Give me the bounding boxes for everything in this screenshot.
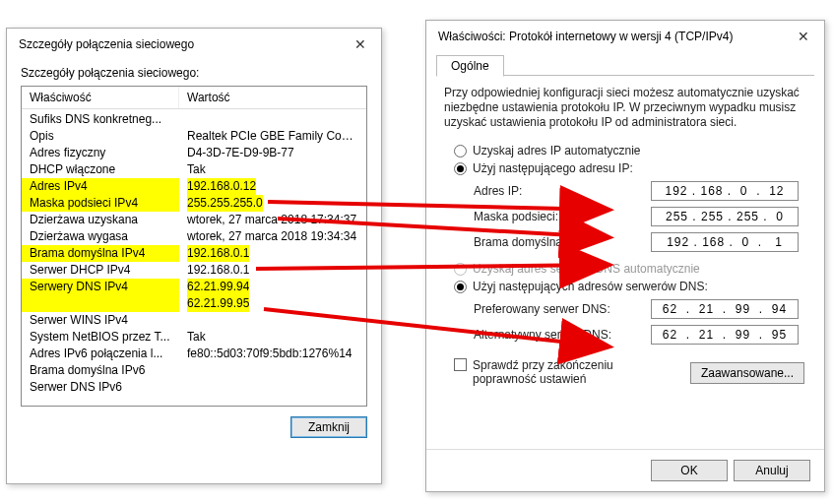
radio-label: Uzyskaj adres IP automatycznie [473, 144, 641, 158]
property-cell: Serwer DNS IPv6 [22, 379, 179, 396]
checkbox-icon [454, 358, 467, 371]
col-value[interactable]: Wartość [179, 87, 366, 108]
network-details-dialog: Szczegóły połączenia sieciowego ✕ Szczeg… [6, 28, 382, 484]
value-cell [179, 379, 366, 396]
property-cell: Dzierżawa wygasa [22, 228, 179, 245]
subnet-mask-field[interactable] [651, 207, 799, 226]
value-cell: Tak [179, 161, 366, 178]
close-icon[interactable]: ✕ [352, 36, 369, 52]
description-text: Przy odpowiedniej konfiguracji sieci moż… [444, 86, 806, 130]
table-row[interactable]: Adres IPv4192.168.0.12 [22, 178, 366, 195]
alternate-dns-field[interactable] [651, 325, 799, 345]
table-row[interactable]: Sufiks DNS konkretneg... [22, 111, 366, 128]
radio-ip-auto[interactable]: Uzyskaj adres IP automatycznie [454, 144, 806, 158]
radio-label: Użyj następujących adresów serwerów DNS: [473, 280, 708, 293]
list-caption: Szczegóły połączenia sieciowego: [7, 58, 381, 86]
table-row[interactable]: OpisRealtek PCIe GBE Family Controller [22, 128, 366, 145]
value-cell: wtorek, 27 marca 2018 17:34:37 [179, 212, 366, 228]
value-cell [179, 111, 366, 128]
dialog-title: Właściwości: Protokół internetowy w wers… [438, 30, 733, 43]
table-row[interactable]: Serwery DNS IPv462.21.99.94 [22, 279, 366, 295]
close-icon[interactable]: ✕ [795, 29, 812, 44]
property-cell: Serwer WINS IPv4 [22, 312, 179, 329]
property-cell: Maska podsieci IPv4 [22, 195, 179, 212]
table-row[interactable]: Brama domyślna IPv6 [22, 362, 366, 379]
table-row[interactable]: Serwer WINS IPv4 [22, 312, 366, 329]
titlebar: Szczegóły połączenia sieciowego ✕ [7, 29, 381, 58]
ip-field-group: Adres IP: Maska podsieci: Brama domyślna… [474, 181, 806, 252]
ok-button[interactable]: OK [651, 460, 728, 481]
value-cell: 192.168.0.1 [179, 245, 366, 262]
property-cell: Adres IPv4 [22, 178, 179, 195]
value-cell: fe80::5d03:70f9:5bdb:1276%14 [179, 346, 366, 362]
radio-icon [454, 145, 467, 158]
label-gateway: Brama domyślna: [474, 235, 651, 249]
table-row[interactable]: Serwer DNS IPv6 [22, 379, 366, 396]
tab-general[interactable]: Ogólne [436, 55, 504, 77]
property-cell: Adres fizyczny [22, 145, 179, 161]
cancel-button[interactable]: Anuluj [734, 460, 810, 481]
property-cell: Dzierżawa uzyskana [22, 212, 179, 228]
value-cell: 62.21.99.95 [179, 295, 366, 312]
advanced-button[interactable]: Zaawansowane... [690, 362, 804, 384]
property-cell: Opis [22, 128, 179, 145]
ipv4-properties-dialog: Właściwości: Protokół internetowy w wers… [425, 20, 825, 492]
value-cell: 255.255.255.0 [179, 195, 366, 212]
gateway-field[interactable] [651, 232, 799, 252]
tab-body: Przy odpowiedniej konfiguracji sieci moż… [426, 76, 824, 394]
table-row[interactable]: Brama domyślna IPv4192.168.0.1 [22, 245, 366, 262]
label-dns2: Alternatywny serwer DNS: [474, 328, 651, 342]
property-cell: System NetBIOS przez T... [22, 329, 179, 346]
table-row[interactable]: Dzierżawa uzyskanawtorek, 27 marca 2018 … [22, 212, 366, 228]
list-header: Właściwość Wartość [22, 87, 366, 109]
label-dns1: Preferowany serwer DNS: [474, 302, 651, 316]
radio-icon [454, 281, 467, 293]
tab-strip: Ogólne [436, 54, 814, 76]
button-row: Zamknij [7, 407, 381, 448]
radio-label: Uzyskaj adres serwera DNS automatycznie [473, 262, 700, 276]
property-cell: DHCP włączone [22, 161, 179, 178]
dns-field-group: Preferowany serwer DNS: Alternatywny ser… [474, 299, 806, 345]
table-row[interactable]: 62.21.99.95 [22, 295, 366, 312]
value-cell: 62.21.99.94 [179, 279, 366, 295]
preferred-dns-field[interactable] [651, 299, 799, 319]
value-cell: Realtek PCIe GBE Family Controller [179, 128, 366, 145]
table-row[interactable]: Maska podsieci IPv4255.255.255.0 [22, 195, 366, 212]
value-cell [179, 312, 366, 329]
property-cell: Brama domyślna IPv6 [22, 362, 179, 379]
value-cell [179, 362, 366, 379]
radio-ip-manual[interactable]: Użyj następującego adresu IP: [454, 161, 806, 175]
radio-dns-manual[interactable]: Użyj następujących adresów serwerów DNS: [454, 280, 806, 293]
property-cell: Brama domyślna IPv4 [22, 245, 179, 262]
titlebar: Właściwości: Protokół internetowy w wers… [426, 21, 824, 50]
value-cell: Tak [179, 329, 366, 346]
dialog-buttons: OK Anuluj [426, 449, 824, 491]
radio-icon [454, 263, 467, 276]
label-ip: Adres IP: [474, 184, 651, 198]
property-cell: Sufiks DNS konkretneg... [22, 111, 179, 128]
close-button[interactable]: Zamknij [290, 416, 367, 438]
radio-dns-auto: Uzyskaj adres serwera DNS automatycznie [454, 262, 806, 276]
property-cell: Serwery DNS IPv4 [22, 279, 179, 295]
value-cell: 192.168.0.12 [179, 178, 366, 195]
table-row[interactable]: DHCP włączoneTak [22, 161, 366, 178]
table-row[interactable]: System NetBIOS przez T...Tak [22, 329, 366, 346]
value-cell: 192.168.0.1 [179, 262, 366, 279]
table-row[interactable]: Serwer DHCP IPv4192.168.0.1 [22, 262, 366, 279]
label-mask: Maska podsieci: [474, 210, 651, 223]
table-row[interactable]: Adres IPv6 połączenia l...fe80::5d03:70f… [22, 346, 366, 362]
property-cell: Adres IPv6 połączenia l... [22, 346, 179, 362]
radio-icon [454, 162, 467, 175]
property-cell [22, 295, 179, 312]
checkbox-label: Sprawdź przy zakończeniu poprawność usta… [473, 358, 670, 386]
ip-address-field[interactable] [651, 181, 799, 201]
value-cell: D4-3D-7E-D9-9B-77 [179, 145, 366, 161]
details-list: Właściwość Wartość Sufiks DNS konkretneg… [21, 86, 367, 407]
col-property[interactable]: Właściwość [22, 87, 179, 108]
value-cell: wtorek, 27 marca 2018 19:34:34 [179, 228, 366, 245]
list-body: Sufiks DNS konkretneg...OpisRealtek PCIe… [22, 109, 366, 406]
table-row[interactable]: Adres fizycznyD4-3D-7E-D9-9B-77 [22, 145, 366, 161]
radio-label: Użyj następującego adresu IP: [473, 161, 633, 175]
property-cell: Serwer DHCP IPv4 [22, 262, 179, 279]
table-row[interactable]: Dzierżawa wygasawtorek, 27 marca 2018 19… [22, 228, 366, 245]
